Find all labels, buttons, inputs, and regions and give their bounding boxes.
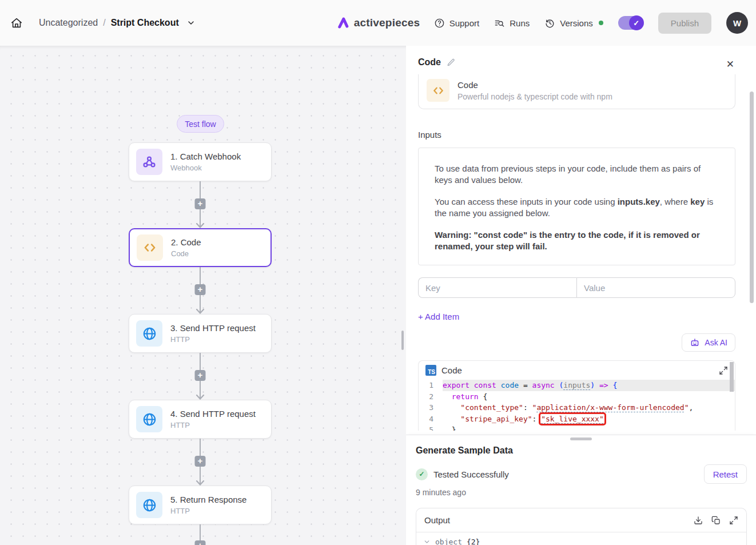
expand-output-icon[interactable] bbox=[729, 516, 738, 525]
node-subtitle: HTTP bbox=[170, 421, 256, 429]
download-icon[interactable] bbox=[694, 516, 703, 525]
versions-button[interactable]: Versions bbox=[544, 18, 603, 29]
node-title: 1. Catch Webhook bbox=[170, 152, 241, 161]
draft-status-dot bbox=[599, 21, 603, 25]
node-title: 3. Send HTTP request bbox=[170, 323, 256, 333]
copy-icon[interactable] bbox=[711, 516, 721, 525]
panel-title: Code bbox=[418, 57, 441, 67]
chevron-down-icon[interactable] bbox=[186, 18, 196, 27]
runs-label: Runs bbox=[510, 18, 530, 28]
edge-3: + bbox=[200, 353, 201, 399]
add-step-button[interactable]: + bbox=[195, 540, 206, 545]
arrow-down-icon bbox=[196, 480, 205, 486]
test-timestamp: 9 minutes ago bbox=[416, 488, 747, 497]
ask-ai-button[interactable]: Ask AI bbox=[682, 333, 735, 352]
flow-node-code[interactable]: 2. Code Code bbox=[129, 228, 272, 267]
breadcrumb: Uncategorized / Stript Checkout bbox=[39, 18, 196, 28]
chevron-down-icon[interactable] bbox=[423, 538, 431, 545]
flow-node-return-response[interactable]: 5. Return Response HTTP bbox=[129, 486, 272, 524]
avatar[interactable]: W bbox=[726, 12, 748, 34]
support-icon bbox=[434, 18, 445, 29]
inputs-heading: Inputs bbox=[418, 130, 735, 140]
panel-resize-handle[interactable] bbox=[401, 331, 404, 350]
globe-icon bbox=[136, 492, 162, 518]
breadcrumb-separator: / bbox=[103, 18, 105, 28]
output-object-count: {2} bbox=[467, 538, 480, 545]
app-window: Uncategorized / Stript Checkout activepi… bbox=[0, 0, 756, 545]
flow-canvas[interactable]: Test flow 1. Catch Webhook Webhook + bbox=[0, 46, 406, 545]
edge-4: + bbox=[200, 439, 201, 484]
support-button[interactable]: Support bbox=[434, 18, 480, 29]
publish-button[interactable]: Publish bbox=[658, 13, 711, 34]
flow-enabled-toggle[interactable]: ✓ bbox=[618, 16, 643, 30]
versions-label: Versions bbox=[560, 18, 593, 28]
brand-name: activepieces bbox=[354, 17, 420, 29]
edge-1: + bbox=[200, 181, 201, 227]
globe-icon bbox=[136, 406, 162, 432]
output-tree-row[interactable]: object {2} bbox=[416, 532, 746, 545]
breadcrumb-folder[interactable]: Uncategorized bbox=[39, 18, 98, 28]
arrow-down-icon bbox=[196, 395, 205, 400]
webhook-icon bbox=[136, 149, 162, 175]
home-icon bbox=[10, 17, 23, 29]
arrow-down-icon bbox=[196, 309, 205, 314]
generate-sample-data-panel: Generate Sample Data ✓ Tested Successful… bbox=[406, 435, 756, 545]
flow-node-catch-webhook[interactable]: 1. Catch Webhook Webhook bbox=[129, 142, 272, 181]
globe-icon bbox=[136, 320, 162, 347]
step-description: Powerful nodejs & typescript code with n… bbox=[457, 92, 612, 101]
node-subtitle: Code bbox=[171, 249, 201, 258]
code-icon bbox=[427, 79, 449, 102]
code-step-config: Code ✕ Code Powerful nodejs & typescript… bbox=[406, 46, 756, 435]
home-button[interactable] bbox=[7, 13, 26, 33]
node-title: 5. Return Response bbox=[170, 495, 246, 504]
ask-ai-label: Ask AI bbox=[705, 338, 727, 347]
success-check-icon: ✓ bbox=[416, 468, 428, 480]
info-paragraph-2: You can access these inputs in your code… bbox=[435, 196, 719, 220]
node-title: 2. Code bbox=[171, 237, 201, 247]
code-lines[interactable]: 1export const code = async (inputs) => {… bbox=[419, 380, 735, 431]
value-input[interactable] bbox=[576, 277, 735, 298]
retest-button[interactable]: Retest bbox=[704, 464, 747, 484]
code-editor-label: Code bbox=[441, 365, 714, 375]
edge-5: + bbox=[200, 524, 201, 545]
key-input[interactable] bbox=[418, 277, 576, 298]
runs-icon bbox=[494, 18, 505, 29]
top-bar: Uncategorized / Stript Checkout activepi… bbox=[0, 0, 756, 46]
runs-button[interactable]: Runs bbox=[494, 18, 530, 29]
step-settings-panel: Code ✕ Code Powerful nodejs & typescript… bbox=[406, 46, 756, 545]
robot-icon bbox=[690, 337, 700, 348]
editor-scrollbar[interactable] bbox=[730, 362, 734, 392]
step-summary-card: Code Powerful nodejs & typescript code w… bbox=[418, 74, 735, 109]
versions-history-icon bbox=[544, 18, 555, 29]
expand-code-icon[interactable] bbox=[719, 366, 728, 375]
sample-data-title: Generate Sample Data bbox=[416, 445, 747, 456]
add-step-button[interactable]: + bbox=[195, 456, 206, 467]
panel-drag-handle[interactable] bbox=[570, 437, 592, 440]
input-pair-row bbox=[418, 277, 735, 298]
activepieces-logo-icon bbox=[336, 16, 350, 30]
flow-node-http-3[interactable]: 3. Send HTTP request HTTP bbox=[129, 314, 272, 353]
edit-name-pencil-icon[interactable] bbox=[447, 58, 455, 67]
panel-scrollbar[interactable] bbox=[750, 92, 754, 303]
flow-node-http-4[interactable]: 4. Send HTTP request HTTP bbox=[129, 400, 272, 439]
output-card: Output bbox=[416, 508, 747, 545]
output-label: Output bbox=[424, 515, 694, 525]
close-panel-icon[interactable]: ✕ bbox=[726, 58, 734, 70]
info-paragraph-1: To use data from previous steps in your … bbox=[435, 163, 719, 186]
add-item-link[interactable]: + Add Item bbox=[418, 312, 459, 321]
brand-logo: activepieces bbox=[336, 16, 420, 30]
info-warning: Warning: "const code" is the entry to th… bbox=[435, 229, 719, 253]
add-step-button[interactable]: + bbox=[195, 284, 206, 295]
test-flow-button[interactable]: Test flow bbox=[177, 115, 224, 133]
toggle-check-icon: ✓ bbox=[629, 15, 644, 30]
node-subtitle: HTTP bbox=[170, 335, 256, 344]
inputs-info-box: To use data from previous steps in your … bbox=[418, 148, 735, 265]
typescript-badge-icon: TS bbox=[425, 365, 436, 376]
edge-2: + bbox=[200, 267, 201, 313]
add-step-button[interactable]: + bbox=[195, 370, 206, 381]
node-title: 4. Send HTTP request bbox=[170, 409, 256, 419]
node-subtitle: HTTP bbox=[170, 507, 246, 515]
breadcrumb-flow-name[interactable]: Stript Checkout bbox=[111, 18, 179, 28]
code-editor[interactable]: TS Code 1export const code = async (inpu… bbox=[418, 360, 735, 431]
add-step-button[interactable]: + bbox=[195, 198, 206, 209]
